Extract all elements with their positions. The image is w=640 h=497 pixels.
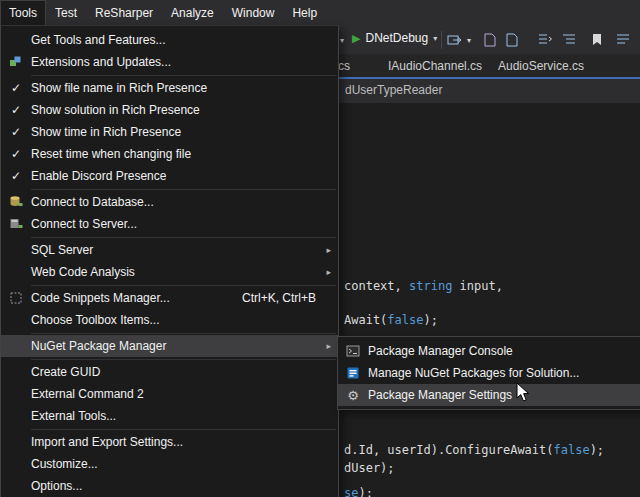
menu-item-options[interactable]: Options... (1, 475, 338, 497)
menu-item-choose-toolbox-items[interactable]: Choose Toolbox Items... (1, 309, 338, 331)
navbar-symbol-dropdown[interactable]: dUserTypeReader (345, 83, 442, 97)
menu-item-label: Get Tools and Features... (31, 33, 338, 47)
menu-item-nuget-package-manager[interactable]: NuGet Package Manager ▸ (1, 335, 338, 357)
menu-item-label: Show solution in Rich Presence (31, 103, 338, 117)
debug-target-caret-icon: ▾ (433, 34, 437, 43)
tab-iaudiochannel[interactable]: IAudioChannel.cs (388, 54, 482, 77)
tab-label: cs (338, 59, 350, 73)
menu-item-connect-to-database[interactable]: Connect to Database... (1, 191, 338, 213)
mouse-cursor (516, 382, 530, 403)
menu-item-reset-time-when-changing-file[interactable]: ✓ Reset time when changing file (1, 143, 338, 165)
menu-item-customize[interactable]: Customize... (1, 453, 338, 475)
menubar-item-label: Tools (9, 6, 37, 20)
line-list-icon[interactable] (538, 33, 553, 45)
menu-item-label: Enable Discord Presence (31, 169, 338, 183)
menu-item-extensions-and-updates[interactable]: Extensions and Updates... (1, 51, 338, 73)
checkmark-icon: ✓ (11, 126, 21, 138)
menu-item-shortcut: Ctrl+K, Ctrl+B (242, 291, 316, 305)
nuget-submenu: Package Manager Console Manage NuGet Pac… (337, 336, 640, 410)
attach-caret-icon[interactable]: ▾ (467, 36, 471, 45)
menubar-item-help[interactable]: Help (283, 0, 326, 25)
menu-separator (31, 75, 336, 76)
console-icon (346, 344, 360, 358)
vs-window: Tools Test ReSharper Analyze Window Help… (0, 0, 640, 497)
start-debug-button[interactable]: ▶ DNetDebug ▾ (352, 31, 437, 45)
menu-item-sql-server[interactable]: SQL Server ▸ (1, 239, 338, 261)
dropdown-caret-icon[interactable]: ▾ (340, 36, 344, 45)
menu-item-label: Extensions and Updates... (31, 55, 338, 69)
menu-separator (31, 285, 336, 286)
menu-item-manage-nuget-packages-solution[interactable]: Manage NuGet Packages for Solution... (338, 362, 640, 384)
menu-item-web-code-analysis[interactable]: Web Code Analysis ▸ (1, 261, 338, 283)
menu-item-label: Connect to Server... (31, 217, 338, 231)
menu-bar: Tools Test ReSharper Analyze Window Help (0, 0, 640, 25)
menu-item-label: Customize... (31, 457, 338, 471)
code-line: Await(false); (344, 313, 438, 327)
menu-item-label: Connect to Database... (31, 195, 338, 209)
tab-partial[interactable]: cs (338, 54, 350, 77)
tools-menu: Get Tools and Features... Extensions and… (0, 25, 339, 497)
menubar-item-window[interactable]: Window (223, 0, 284, 25)
menu-item-label: Create GUID (31, 365, 338, 379)
gear-icon: ⚙ (347, 389, 359, 402)
menu-separator (31, 429, 336, 430)
menu-item-show-solution-rich-presence[interactable]: ✓ Show solution in Rich Presence (1, 99, 338, 121)
checkmark-icon: ✓ (11, 148, 21, 160)
indent-list-icon[interactable] (562, 33, 577, 45)
menubar-item-label: Analyze (171, 6, 214, 20)
add-document-icon[interactable] (506, 33, 518, 47)
snippets-icon (9, 291, 23, 305)
code-line: context, string input, (344, 279, 503, 293)
code-line: se); (344, 486, 373, 497)
menu-item-package-manager-settings[interactable]: ⚙ Package Manager Settings (338, 384, 640, 406)
checkmark-icon: ✓ (11, 170, 21, 182)
menubar-item-analyze[interactable]: Analyze (162, 0, 223, 25)
menu-item-label: Show time in Rich Presence (31, 125, 338, 139)
menu-item-code-snippets-manager[interactable]: Code Snippets Manager... Ctrl+K, Ctrl+B (1, 287, 338, 309)
menu-item-external-command-2[interactable]: External Command 2 (1, 383, 338, 405)
tab-label: IAudioChannel.cs (388, 59, 482, 73)
new-document-icon[interactable] (484, 33, 496, 47)
menubar-item-label: ReSharper (95, 6, 153, 20)
menu-item-label: Options... (31, 479, 338, 493)
menu-item-label: Code Snippets Manager... (31, 291, 242, 305)
menu-separator (31, 333, 336, 334)
nuget-packages-icon (346, 366, 360, 380)
menu-item-create-guid[interactable]: Create GUID (1, 361, 338, 383)
bookmark-icon[interactable] (592, 33, 602, 46)
debug-target-label: DNetDebug (365, 31, 428, 45)
submenu-arrow-icon: ▸ (326, 267, 331, 277)
menubar-item-resharper[interactable]: ReSharper (86, 0, 162, 25)
submenu-arrow-icon: ▸ (326, 341, 331, 351)
menu-item-label: Package Manager Console (368, 344, 640, 358)
menu-item-enable-discord-presence[interactable]: ✓ Enable Discord Presence (1, 165, 338, 187)
menu-item-connect-to-server[interactable]: Connect to Server... (1, 213, 338, 235)
extensions-icon (9, 55, 23, 69)
menu-item-get-tools-and-features[interactable]: Get Tools and Features... (1, 29, 338, 51)
play-icon: ▶ (352, 33, 360, 44)
menubar-item-tools[interactable]: Tools (0, 0, 46, 25)
menu-item-show-time-rich-presence[interactable]: ✓ Show time in Rich Presence (1, 121, 338, 143)
menu-item-label: Web Code Analysis (31, 265, 338, 279)
menu-item-show-file-name-rich-presence[interactable]: ✓ Show file name in Rich Presence (1, 77, 338, 99)
menubar-item-test[interactable]: Test (46, 0, 86, 25)
menu-item-label: External Tools... (31, 409, 338, 423)
menu-item-label: Choose Toolbox Items... (31, 313, 338, 327)
menu-item-label: Show file name in Rich Presence (31, 81, 338, 95)
attach-to-process-icon[interactable] (447, 33, 464, 47)
toolbar-separator (441, 31, 442, 49)
menu-item-label: Import and Export Settings... (31, 435, 338, 449)
outline-list-icon[interactable] (616, 33, 631, 45)
tab-audioservice[interactable]: AudioService.cs (498, 54, 584, 77)
code-line: d.Id, userId).ConfigureAwait(false); (344, 443, 604, 457)
tab-label: AudioService.cs (498, 59, 584, 73)
menu-separator (31, 359, 336, 360)
menu-item-import-export-settings[interactable]: Import and Export Settings... (1, 431, 338, 453)
menu-separator (31, 189, 336, 190)
submenu-arrow-icon: ▸ (326, 245, 331, 255)
database-icon (9, 195, 23, 209)
menu-item-package-manager-console[interactable]: Package Manager Console (338, 340, 640, 362)
menu-item-external-tools[interactable]: External Tools... (1, 405, 338, 427)
menu-item-label: External Command 2 (31, 387, 338, 401)
menu-item-label: Reset time when changing file (31, 147, 338, 161)
